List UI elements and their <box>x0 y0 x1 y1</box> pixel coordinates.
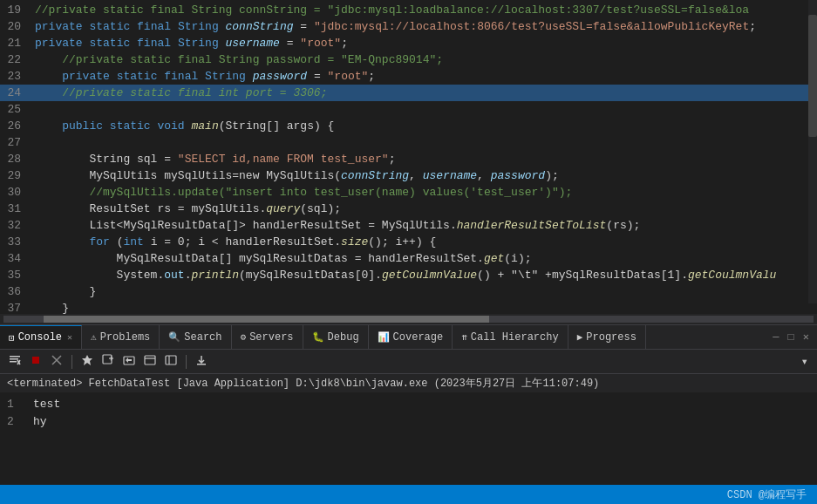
line-content: //private static final String password =… <box>35 51 817 68</box>
line-content: for (int i = 0; i < handlerResultSet.siz… <box>35 234 817 250</box>
line-content: private static final String connString =… <box>35 18 817 35</box>
output-text-2: hy <box>33 413 47 431</box>
close-panel-button[interactable]: ✕ <box>800 329 812 345</box>
code-line-21: 21 private static final String username … <box>0 35 817 51</box>
line-content: MySqlUtils mySqlUtils=new MySqlUtils(con… <box>35 167 817 184</box>
code-line-37: 37 } <box>0 300 817 314</box>
bottom-panel: ⊡ Console ✕ ⚠ Problems 🔍 Search ⚙ Server… <box>0 324 817 504</box>
line-number: 36 <box>0 283 35 300</box>
code-line-24: 24 //private static final int port = 330… <box>0 85 817 101</box>
svg-rect-2 <box>10 361 17 363</box>
line-number: 23 <box>0 68 35 85</box>
output-line-num-2: 2 <box>7 413 33 431</box>
scroll-lock-button[interactable] <box>192 352 211 371</box>
line-number: 26⊖ <box>0 118 35 134</box>
pin-console-button[interactable] <box>78 352 97 371</box>
code-line-19: 19 //private static final String connStr… <box>0 2 817 18</box>
line-content: private static final String password = "… <box>35 68 817 85</box>
line-number: 30 <box>0 184 35 201</box>
line-content <box>35 134 817 151</box>
code-line-36: 36 } <box>0 283 817 300</box>
line-content: System.out.println(mySqlResultDatas[0].g… <box>35 267 817 283</box>
tab-search-label: Search <box>184 331 221 344</box>
code-line-26: 26⊖ public static void main(String[] arg… <box>0 118 817 134</box>
tab-bar: ⊡ Console ✕ ⚠ Problems 🔍 Search ⚙ Server… <box>0 324 817 349</box>
output-line-2: 2 hy <box>7 413 810 431</box>
console-icon: ⊡ <box>9 332 15 344</box>
code-line-33: 33 for (int i = 0; i < handlerResultSet.… <box>0 234 817 250</box>
line-number: 32 <box>0 217 35 234</box>
line-number: 24 <box>0 85 35 101</box>
line-content: //private static final int port = 3306; <box>35 85 817 101</box>
toolbar-separator-1 <box>71 355 72 369</box>
tab-debug-label: Debug <box>328 331 359 344</box>
svg-rect-14 <box>166 356 176 364</box>
line-content: public static void main(String[] args) { <box>35 118 817 134</box>
code-line-31: 31 ResultSet rs = mySqlUtils.query(sql); <box>0 201 817 217</box>
tab-actions: — □ ✕ <box>770 325 817 349</box>
line-number: 34 <box>0 250 35 267</box>
code-line-35: 35 System.out.println(mySqlResultDatas[0… <box>0 267 817 283</box>
line-content: //mySqlUtils.update("insert into test_us… <box>35 184 817 201</box>
tab-servers[interactable]: ⚙ Servers <box>232 325 303 349</box>
line-content: } <box>35 283 817 300</box>
svg-rect-8 <box>103 355 112 364</box>
problems-icon: ⚠ <box>91 331 97 343</box>
output-header-text: <terminated> FetchDataTest [Java Applica… <box>7 376 599 391</box>
line-content: MySqlResultData[] mySqlResultDatas = han… <box>35 250 817 267</box>
open-console-button[interactable] <box>119 352 139 371</box>
tab-console[interactable]: ⊡ Console ✕ <box>0 325 82 349</box>
tab-problems[interactable]: ⚠ Problems <box>82 325 160 349</box>
clear-console-button[interactable] <box>5 352 24 371</box>
code-line-23: 23 private static final String password … <box>0 68 817 85</box>
line-number: 33 <box>0 234 35 250</box>
code-line-27: 27 <box>0 134 817 151</box>
status-bar: CSDN @编程写手 <box>0 485 817 504</box>
code-lines: 19 //private static final String connStr… <box>0 0 817 314</box>
minimize-panel-button[interactable]: — <box>770 330 781 345</box>
scrollbar-thumb-vertical <box>808 15 817 136</box>
horizontal-scrollbar[interactable] <box>0 314 817 324</box>
tab-search[interactable]: 🔍 Search <box>160 325 231 349</box>
code-editor[interactable]: 19 //private static final String connStr… <box>0 0 817 314</box>
line-content <box>35 101 817 118</box>
call-hierarchy-icon: ⇈ <box>461 331 467 343</box>
tab-servers-label: Servers <box>249 331 293 344</box>
remove-launch-button[interactable] <box>47 352 66 371</box>
view-menu-button[interactable]: ▾ <box>798 352 812 371</box>
vertical-scrollbar[interactable] <box>808 0 817 303</box>
output-line-num-1: 1 <box>7 396 33 413</box>
tab-progress-label: Progress <box>586 331 637 344</box>
line-number: 29 <box>0 167 35 184</box>
tab-debug[interactable]: 🐛 Debug <box>303 325 369 349</box>
code-line-20: 20 private static final String connStrin… <box>0 18 817 35</box>
svg-rect-5 <box>32 357 39 364</box>
output-line-1: 1 test <box>7 396 810 413</box>
svg-rect-16 <box>197 364 206 365</box>
show2-button[interactable] <box>161 352 180 371</box>
coverage-icon: 📊 <box>378 331 390 343</box>
show-console-button[interactable] <box>140 352 160 371</box>
maximize-panel-button[interactable]: □ <box>786 330 797 345</box>
terminate-button[interactable] <box>26 352 45 371</box>
line-number: 19 <box>0 2 35 18</box>
line-number: 20 <box>0 18 35 35</box>
code-line-34: 34 MySqlResultData[] mySqlResultDatas = … <box>0 250 817 267</box>
code-line-30: 30 //mySqlUtils.update("insert into test… <box>0 184 817 201</box>
line-number: 27 <box>0 134 35 151</box>
svg-rect-1 <box>10 358 18 360</box>
toolbar-separator-2 <box>186 355 187 369</box>
new-console-button[interactable] <box>99 352 118 371</box>
tab-coverage[interactable]: 📊 Coverage <box>369 325 453 349</box>
line-content: String sql = "SELECT id,name FROM test_u… <box>35 151 817 167</box>
tab-call-hierarchy[interactable]: ⇈ Call Hierarchy <box>453 325 568 349</box>
watermark-text: CSDN @编程写手 <box>727 487 807 502</box>
tab-progress[interactable]: ▶ Progress <box>568 325 646 349</box>
code-line-28: 28 String sql = "SELECT id,name FROM tes… <box>0 151 817 167</box>
tab-console-close[interactable]: ✕ <box>67 332 72 343</box>
search-tab-icon: 🔍 <box>168 331 180 343</box>
line-number: 31 <box>0 201 35 217</box>
debug-icon: 🐛 <box>312 331 324 343</box>
svg-rect-0 <box>10 356 20 358</box>
tab-problems-label: Problems <box>100 331 151 344</box>
